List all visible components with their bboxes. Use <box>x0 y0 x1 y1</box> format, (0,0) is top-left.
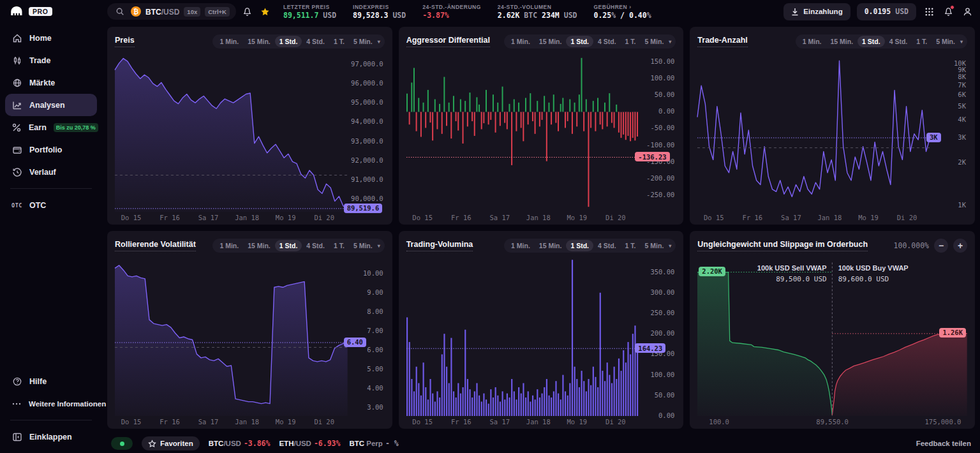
timeframe-button-1std[interactable]: 1 Std. <box>275 240 302 251</box>
timeframe-button-5min[interactable]: 5 Min. <box>349 36 377 47</box>
timeframe-button-4std[interactable]: 4 Std. <box>302 36 329 47</box>
timeframe-button-1std[interactable]: 1 Std. <box>858 36 885 47</box>
timeframe-button-1min[interactable]: 1 Min. <box>507 240 535 251</box>
current-value-badge: 89,519.6 <box>344 204 383 213</box>
zoom-in-button[interactable]: + <box>953 239 967 253</box>
timeframe-button-15min[interactable]: 15 Min. <box>243 36 275 47</box>
volume-chart[interactable] <box>406 258 639 416</box>
search-icon <box>114 5 126 18</box>
timeframe-button-5min[interactable]: 5 Min. <box>932 36 960 47</box>
pair-search-input[interactable]: ₿ BTC/USD 10x Ctrl+K <box>107 3 236 20</box>
chevron-down-icon[interactable]: ▾ <box>669 243 671 249</box>
sidebar-item-home[interactable]: Home <box>5 27 97 49</box>
favorite-star-icon[interactable] <box>259 5 272 18</box>
timeframe-button-1t[interactable]: 1 T. <box>621 240 641 251</box>
chevron-down-icon[interactable]: ▾ <box>960 39 963 45</box>
balance-pill[interactable]: 0.0195USD <box>857 3 916 20</box>
x-tick-label: Do 15 <box>121 214 142 221</box>
stat-index-price: INDEXPREIS 89,528.3 USD <box>353 4 406 20</box>
sidebar-item-verlauf[interactable]: Verlauf <box>5 161 97 183</box>
stat-fees[interactable]: GEBÜHREN › 0.25% / 0.40% <box>594 4 651 20</box>
timeframe-button-5min[interactable]: 5 Min. <box>641 36 669 47</box>
chevron-down-icon[interactable]: ▾ <box>378 243 380 249</box>
y-tick-label: 95,000.0 <box>348 98 385 106</box>
panel-title: Trading-Volumina <box>406 240 473 251</box>
y-tick-label: 9.00 <box>348 288 385 296</box>
y-tick-label: 10.00 <box>348 269 385 277</box>
timeframe-button-4std[interactable]: 4 Std. <box>885 36 912 47</box>
sidebar-item-earn[interactable]: Earn Bis zu 20,78 % <box>5 116 97 138</box>
timeframe-group: 1 Min.15 Min.1 Std.4 Std.1 T.5 Min.▾ <box>504 239 676 253</box>
notifications-bell-icon[interactable] <box>942 5 954 18</box>
timeframe-button-1t[interactable]: 1 T. <box>621 36 641 47</box>
x-tick-label: Do 15 <box>704 214 724 221</box>
ticker-eth-usd[interactable]: ETH/USD -6.93% <box>279 439 340 448</box>
status-dot-icon <box>120 442 124 446</box>
timeframe-button-1min[interactable]: 1 Min. <box>215 36 243 47</box>
sidebar-item-maerkte[interactable]: Märkte <box>5 71 97 94</box>
panel-aggressor-differential: Aggressor Differential 1 Min.15 Min.1 St… <box>399 27 684 225</box>
ticker-btc-usd[interactable]: BTC/USD -3.86% <box>209 439 271 448</box>
timeframe-button-1std[interactable]: 1 Std. <box>275 36 302 47</box>
sidebar-item-einklappen[interactable]: Einklappen <box>5 426 97 448</box>
ticker-btc-perp[interactable]: BTC Perp - % <box>349 439 398 448</box>
sidebar-item-otc[interactable]: OTC OTC <box>5 194 97 216</box>
y-tick-label: -50.00 <box>639 124 676 131</box>
timeframe-button-4std[interactable]: 4 Std. <box>302 240 329 251</box>
timeframe-button-1min[interactable]: 1 Min. <box>798 36 826 47</box>
alerts-bell-icon[interactable] <box>241 5 254 18</box>
x-tick-label: Sa 17 <box>489 214 510 221</box>
y-axis: 6.4010.009.008.007.006.005.004.003.00 <box>348 258 385 416</box>
x-tick-label: 100.0 <box>709 418 729 426</box>
timeframe-group: 1 Min.15 Min.1 Std.4 Std.1 T.5 Min.▾ <box>212 239 384 253</box>
sidebar-item-trade[interactable]: Trade <box>5 49 97 71</box>
connection-status[interactable] <box>111 437 133 450</box>
sidebar-item-portfolio[interactable]: Portfolio <box>5 138 97 161</box>
bottom-bar: Favoriten BTC/USD -3.86% ETH/USD -6.93% … <box>102 434 980 453</box>
timeframe-button-15min[interactable]: 15 Min. <box>826 36 858 47</box>
y-tick-label: 350.00 <box>639 268 676 276</box>
trade-count-chart[interactable] <box>697 54 930 212</box>
chevron-down-icon[interactable]: ▾ <box>378 39 380 45</box>
sidebar-divider <box>10 420 92 420</box>
volatility-chart[interactable] <box>115 258 348 416</box>
panel-title: Trade-Anzahl <box>697 36 748 47</box>
x-tick-label: Do 15 <box>412 418 433 426</box>
sidebar-item-weitere-informationen[interactable]: Weitere Informationen <box>5 392 97 415</box>
deposit-button[interactable]: Einzahlung <box>783 3 850 20</box>
feedback-link[interactable]: Feedback teilen <box>916 440 971 447</box>
x-tick-label: Mo 19 <box>276 214 296 221</box>
y-axis: 89,519.697,000.096,000.095,000.094,000.0… <box>348 54 385 212</box>
top-bar: PRO ₿ BTC/USD 10x Ctrl+K LETZTER PREIS 8… <box>0 0 980 23</box>
timeframe-button-1t[interactable]: 1 T. <box>329 240 349 251</box>
chevron-down-icon[interactable]: ▾ <box>669 39 671 45</box>
star-outline-icon <box>148 440 156 448</box>
sidebar-item-hilfe[interactable]: Hilfe <box>5 370 97 392</box>
timeframe-button-5min[interactable]: 5 Min. <box>641 240 669 251</box>
timeframe-button-5min[interactable]: 5 Min. <box>349 240 377 251</box>
timeframe-button-1min[interactable]: 1 Min. <box>507 36 535 47</box>
y-tick-label: 100.00 <box>639 74 676 82</box>
timeframe-button-1std[interactable]: 1 Std. <box>566 36 593 47</box>
y-tick-label: 50.00 <box>639 391 676 399</box>
timeframe-button-1min[interactable]: 1 Min. <box>215 240 243 251</box>
apps-grid-icon[interactable] <box>923 5 935 18</box>
zoom-out-button[interactable]: − <box>934 239 948 253</box>
timeframe-button-15min[interactable]: 15 Min. <box>535 240 567 251</box>
orderbook-chart[interactable]: 100k USD Sell VWAP 89,500.0 USD 100k USD… <box>697 258 967 416</box>
y-tick-label: 8.00 <box>348 308 385 315</box>
price-chart[interactable] <box>115 54 348 212</box>
timeframe-button-15min[interactable]: 15 Min. <box>535 36 567 47</box>
account-icon[interactable] <box>961 5 974 18</box>
timeframe-button-4std[interactable]: 4 Std. <box>593 240 621 251</box>
favorites-chip[interactable]: Favoriten <box>142 436 200 450</box>
kraken-logo[interactable] <box>9 5 24 18</box>
shortcut-chip: Ctrl+K <box>205 7 230 17</box>
sidebar-item-analysen[interactable]: Analysen <box>5 94 97 116</box>
timeframe-button-4std[interactable]: 4 Std. <box>593 36 621 47</box>
timeframe-button-1t[interactable]: 1 T. <box>912 36 932 47</box>
timeframe-button-15min[interactable]: 15 Min. <box>243 240 275 251</box>
timeframe-button-1std[interactable]: 1 Std. <box>566 240 593 251</box>
aggressor-chart[interactable] <box>406 54 639 212</box>
timeframe-button-1t[interactable]: 1 T. <box>329 36 349 47</box>
